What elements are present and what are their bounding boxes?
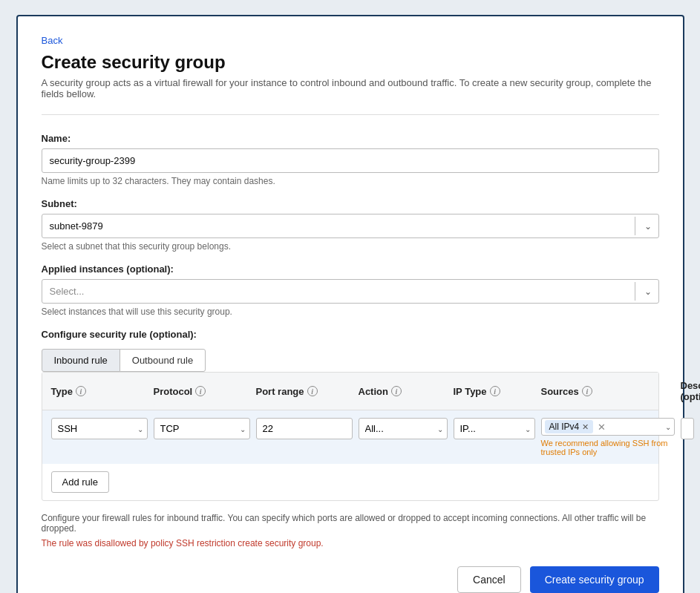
add-rule-button[interactable]: Add rule: [51, 471, 109, 493]
footer-buttons: Cancel Create security group: [42, 566, 659, 593]
col-description: Description (optional): [681, 380, 701, 402]
ip-type-info-icon[interactable]: i: [490, 386, 500, 396]
sources-tag-close-icon[interactable]: ✕: [582, 422, 589, 432]
delete-row-button[interactable]: [697, 418, 701, 436]
protocol-cell: TCP ⌄: [154, 418, 250, 439]
type-cell: SSH ⌄: [51, 418, 148, 439]
tab-outbound[interactable]: Outbound rule: [120, 349, 206, 372]
action-cell: All... ⌄: [359, 418, 448, 439]
type-select[interactable]: SSH: [51, 418, 148, 439]
sources-tag: All IPv4 ✕: [545, 420, 594, 433]
cancel-button[interactable]: Cancel: [457, 566, 521, 593]
page-description: A security group acts as a virtual firew…: [42, 77, 659, 99]
name-group: Name: Name limits up to 32 characters. T…: [42, 133, 659, 186]
port-range-input[interactable]: [256, 418, 353, 439]
col-ip-type: IP Type i: [454, 380, 535, 402]
name-hint: Name limits up to 32 characters. They ma…: [42, 176, 659, 186]
ssh-warning: We recommend allowing SSH from trusted I…: [541, 439, 675, 456]
port-range-cell: [256, 418, 353, 439]
rules-table: Type i Protocol i Port range i Action i …: [42, 372, 659, 501]
sources-clear-icon[interactable]: ✕: [598, 422, 606, 433]
policy-error: The rule was disallowed by policy SSH re…: [42, 538, 659, 548]
sources-chevron-icon[interactable]: ⌄: [665, 423, 671, 431]
instances-hint: Select instances that will use this secu…: [42, 307, 659, 317]
subnet-label: Subnet:: [42, 198, 659, 209]
description-input[interactable]: [681, 418, 694, 439]
col-action: Action i: [359, 380, 448, 402]
action-info-icon[interactable]: i: [391, 386, 402, 396]
instances-group: Applied instances (optional): Select... …: [42, 263, 659, 317]
sources-info-icon[interactable]: i: [582, 386, 592, 396]
rule-tabs: Inbound rule Outbound rule: [42, 349, 659, 372]
protocol-select[interactable]: TCP: [154, 418, 250, 439]
sources-cell: All IPv4 ✕ ✕ ⌄ We recommend allowing SSH…: [541, 418, 675, 456]
name-label: Name:: [42, 133, 659, 144]
main-window: Back Create security group A security gr…: [16, 15, 684, 593]
table-row: SSH ⌄ TCP ⌄ All...: [42, 410, 658, 464]
ip-type-select[interactable]: IP...: [454, 418, 535, 439]
sources-tag-label: All IPv4: [549, 422, 580, 432]
subnet-hint: Select a subnet that this security group…: [42, 241, 659, 252]
port-range-info-icon[interactable]: i: [307, 386, 318, 396]
bottom-info: Configure your firewall rules for inboun…: [42, 513, 659, 534]
add-rule-row: Add rule: [42, 464, 658, 500]
col-type: Type i: [51, 380, 148, 402]
subnet-select-wrapper: subnet-9879 ⌄: [42, 214, 659, 238]
col-protocol: Protocol i: [154, 380, 250, 402]
instances-label: Applied instances (optional):: [42, 263, 659, 275]
action-select[interactable]: All...: [359, 418, 448, 439]
col-port-range: Port range i: [256, 380, 353, 402]
create-security-group-button[interactable]: Create security group: [530, 566, 659, 593]
configure-group: Configure security rule (optional): Inbo…: [42, 329, 659, 501]
subnet-group: Subnet: subnet-9879 ⌄ Select a subnet th…: [42, 198, 659, 252]
type-info-icon[interactable]: i: [76, 386, 86, 396]
back-link[interactable]: Back: [42, 35, 63, 46]
instances-select[interactable]: Select...: [42, 279, 659, 304]
protocol-info-icon[interactable]: i: [195, 386, 206, 396]
sources-tag-row[interactable]: All IPv4 ✕ ✕ ⌄: [541, 418, 675, 436]
ip-type-cell: IP... ⌄: [454, 418, 535, 439]
description-delete-cell: [681, 418, 701, 439]
page-title: Create security group: [42, 52, 659, 73]
configure-label: Configure security rule (optional):: [42, 329, 659, 340]
subnet-select[interactable]: subnet-9879: [42, 214, 659, 238]
table-header: Type i Protocol i Port range i Action i …: [42, 373, 658, 410]
instances-select-wrapper: Select... ⌄: [42, 279, 659, 304]
tab-inbound[interactable]: Inbound rule: [42, 349, 120, 372]
divider: [42, 114, 659, 115]
name-input[interactable]: [42, 148, 659, 173]
col-sources: Sources i: [541, 380, 675, 402]
